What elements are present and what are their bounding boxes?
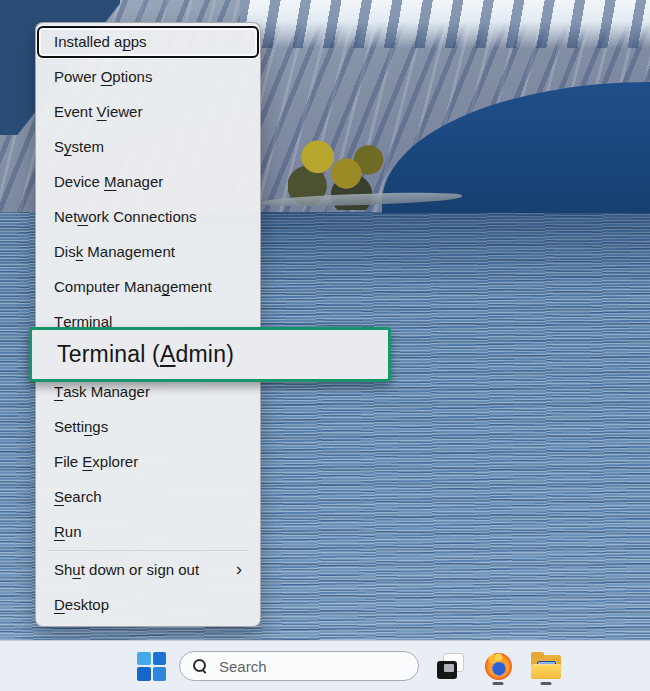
running-indicator: [541, 682, 552, 685]
desktop-screen: Installed apps Power Options Event Viewe…: [0, 0, 650, 691]
menu-item-label: Computer Mana: [54, 278, 162, 295]
menu-item-label: esktop: [65, 596, 109, 613]
menu-item-desktop[interactable]: Desktop: [36, 587, 260, 622]
menu-item-shutdown[interactable]: Shut down or sign out ›: [36, 552, 260, 587]
accelerator-key: p: [122, 33, 130, 50]
winx-context-menu: Installed apps Power Options Event Viewe…: [35, 22, 261, 627]
accelerator-key: u: [72, 561, 80, 578]
menu-item-label: ask Manager: [63, 383, 150, 400]
menu-item-file-explorer[interactable]: File Explorer: [36, 444, 260, 479]
menu-item-disk-management[interactable]: Disk Management: [36, 234, 260, 269]
accelerator-key: S: [54, 488, 64, 505]
accelerator-key: O: [101, 68, 113, 85]
menu-item-label: Net: [54, 208, 77, 225]
menu-item-label: gs: [92, 418, 108, 435]
menu-item-device-manager[interactable]: Device Manager: [36, 164, 260, 199]
file-explorer-button[interactable]: [531, 653, 561, 680]
menu-item-system[interactable]: System: [36, 129, 260, 164]
menu-item-label: Dis: [54, 243, 76, 260]
running-indicator: [493, 682, 504, 685]
menu-item-label: Event: [54, 103, 97, 120]
callout-label: dmin): [176, 341, 235, 368]
start-button[interactable]: [137, 652, 166, 681]
terminal-admin-highlight-callout[interactable]: Terminal (Admin): [29, 327, 391, 382]
accelerator-key: g: [162, 278, 170, 295]
menu-item-label: Sh: [54, 561, 72, 578]
accelerator-key: V: [97, 103, 107, 120]
menu-item-settings[interactable]: Settings: [36, 409, 260, 444]
menu-item-installed-apps[interactable]: Installed apps: [36, 24, 260, 59]
menu-separator: [48, 550, 248, 551]
menu-item-label: xplorer: [92, 453, 138, 470]
menu-item-label: iewer: [107, 103, 143, 120]
menu-item-label: earch: [64, 488, 102, 505]
menu-item-label: t down or sign out: [81, 561, 199, 578]
accelerator-key: T: [54, 383, 63, 400]
menu-item-label: File: [54, 453, 82, 470]
menu-item-network-connections[interactable]: Network Connections: [36, 199, 260, 234]
menu-item-label: Setti: [54, 418, 84, 435]
window-switcher-front: [437, 661, 457, 679]
accelerator-key: M: [104, 173, 117, 190]
menu-item-event-viewer[interactable]: Event Viewer: [36, 94, 260, 129]
windows-logo-icon: [137, 652, 166, 681]
accelerator-key: y: [64, 138, 72, 155]
menu-item-label: Management: [83, 243, 175, 260]
accelerator-key: w: [77, 208, 88, 225]
menu-item-label: stem: [72, 138, 105, 155]
menu-item-label: ork Connections: [88, 208, 196, 225]
menu-item-label: anager: [117, 173, 164, 190]
menu-item-label: ement: [170, 278, 212, 295]
taskbar-icon-row: [137, 641, 561, 691]
callout-accelerator-key: A: [160, 341, 176, 368]
menu-item-search[interactable]: Search: [36, 479, 260, 514]
menu-item-label: Power: [54, 68, 101, 85]
taskbar: [0, 640, 650, 691]
menu-item-computer-management[interactable]: Computer Management: [36, 269, 260, 304]
accelerator-key: k: [76, 243, 84, 260]
callout-label: Terminal (: [57, 341, 160, 368]
firefox-icon: [485, 653, 512, 680]
menu-item-label: Installed a: [54, 33, 122, 50]
menu-item-power-options[interactable]: Power Options: [36, 59, 260, 94]
menu-item-label: S: [54, 138, 64, 155]
firefox-button[interactable]: [484, 652, 512, 680]
menu-item-label: un: [65, 523, 82, 540]
menu-item-label: ptions: [112, 68, 152, 85]
menu-item-label: ps: [131, 33, 147, 50]
accelerator-key: D: [54, 596, 65, 613]
search-input[interactable]: [217, 657, 406, 676]
menu-item-label: Device: [54, 173, 104, 190]
accelerator-key: n: [84, 418, 92, 435]
submenu-chevron-icon: ›: [236, 559, 242, 578]
folder-icon: [531, 653, 561, 679]
taskbar-search[interactable]: [179, 651, 419, 681]
task-view-button[interactable]: [435, 651, 466, 682]
search-icon: [192, 658, 208, 674]
menu-item-run[interactable]: Run: [36, 514, 260, 549]
accelerator-key: R: [54, 523, 65, 540]
mountain-snow-cap: [240, 0, 650, 48]
accelerator-key: E: [82, 453, 92, 470]
